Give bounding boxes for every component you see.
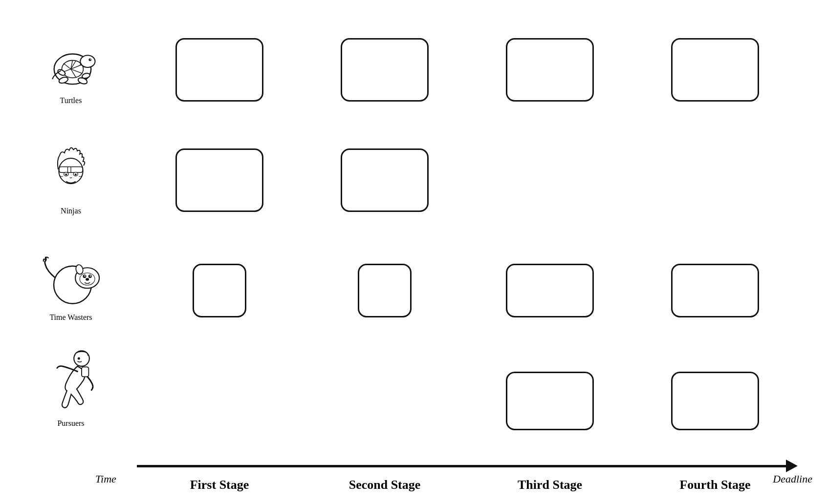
- box-ninjas-stage2: [341, 148, 429, 212]
- grid-area: [127, 15, 807, 456]
- stage-labels: First Stage Second Stage Third Stage Fou…: [137, 478, 798, 494]
- timeline-row: First Stage Second Stage Third Stage Fou…: [127, 461, 807, 494]
- svg-point-23: [65, 173, 67, 175]
- stage-label-second: Second Stage: [302, 478, 467, 492]
- timeline-arrowhead: [786, 460, 798, 472]
- box-turtles-stage3: [506, 38, 594, 102]
- stage-label-first: First Stage: [137, 478, 302, 492]
- box-timewasters-stage1: [193, 264, 246, 317]
- cell-ninjas-stage4-empty: [632, 125, 798, 235]
- cell-ninjas-stage3-empty: [467, 125, 632, 235]
- cell-turtles-stage1: [137, 15, 302, 125]
- box-timewasters-stage4: [671, 264, 759, 317]
- box-pursuers-stage3: [506, 372, 594, 430]
- pursuers-label-row: Pursuers: [15, 339, 127, 455]
- right-area: First Stage Second Stage Third Stage Fou…: [127, 15, 807, 494]
- svg-point-30: [84, 275, 86, 276]
- box-pursuers-stage4: [671, 372, 759, 430]
- cell-ninjas-stage1: [137, 125, 302, 235]
- box-timewasters-stage2: [358, 264, 412, 317]
- sloth-icon: [37, 250, 105, 313]
- pursuers-text: Pursuers: [57, 419, 84, 428]
- svg-point-24: [75, 173, 77, 175]
- timeline-arrow: [137, 461, 798, 471]
- left-column: Turtles: [15, 15, 127, 494]
- svg-rect-36: [82, 367, 88, 377]
- timeline-line: [137, 465, 786, 467]
- svg-point-31: [90, 275, 91, 276]
- deadline-label: Deadline: [773, 473, 812, 485]
- turtles-label-row: Turtles: [15, 20, 127, 126]
- cell-timewasters-stage3: [467, 235, 632, 346]
- box-turtles-stage4: [671, 38, 759, 102]
- main-container: Turtles: [0, 0, 827, 504]
- cell-timewasters-stage4: [632, 235, 798, 346]
- ninja-icon: [39, 144, 103, 207]
- box-timewasters-stage3: [506, 264, 594, 317]
- turtles-text: Turtles: [60, 96, 82, 105]
- ninjas-label-row: Ninjas: [15, 126, 127, 232]
- svg-point-32: [86, 278, 89, 281]
- cell-timewasters-stage1: [137, 235, 302, 346]
- time-label: Time: [95, 473, 116, 485]
- cell-timewasters-stage2: [302, 235, 467, 346]
- runner-icon: [36, 349, 107, 419]
- svg-line-12: [80, 64, 82, 64]
- cell-ninjas-stage2: [302, 125, 467, 235]
- cell-turtles-stage4: [632, 15, 798, 125]
- svg-point-9: [80, 55, 95, 67]
- ninjas-text: Ninjas: [61, 207, 81, 215]
- stage-label-third: Third Stage: [467, 478, 632, 492]
- box-ninjas-stage1: [175, 148, 263, 212]
- box-turtles-stage1: [175, 38, 263, 102]
- cell-pursuers-stage3: [467, 346, 632, 456]
- cell-pursuers-stage2-empty: [302, 346, 467, 456]
- svg-point-11: [90, 59, 91, 60]
- cell-pursuers-stage1-empty: [137, 346, 302, 456]
- svg-point-35: [77, 357, 80, 360]
- cell-turtles-stage2: [302, 15, 467, 125]
- timewasters-text: Time Wasters: [49, 313, 92, 322]
- timewasters-label-row: Time Wasters: [15, 232, 127, 339]
- box-turtles-stage2: [341, 38, 429, 102]
- cell-pursuers-stage4: [632, 346, 798, 456]
- turtle-icon: [37, 41, 105, 96]
- cell-turtles-stage3: [467, 15, 632, 125]
